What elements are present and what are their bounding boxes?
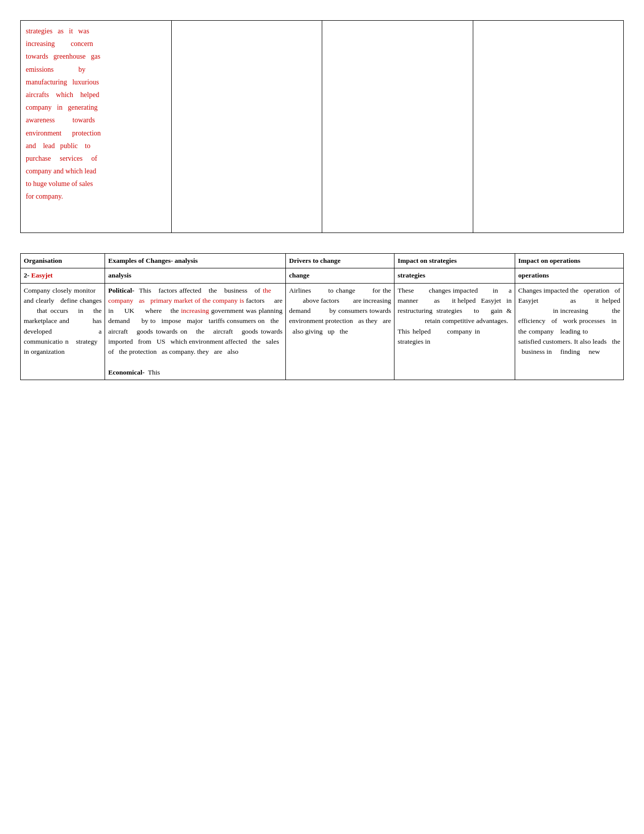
top-cell-4 bbox=[473, 21, 624, 233]
top-cell-1: strategies as it was increasing concern … bbox=[21, 21, 172, 233]
examples-easyjet-header: analysis bbox=[105, 268, 286, 283]
bottom-table: Organisation Examples of Changes- analys… bbox=[20, 253, 624, 380]
political-label: Political- bbox=[108, 287, 134, 294]
org-name: Easyjet bbox=[31, 271, 53, 279]
org-number: 2- bbox=[24, 271, 31, 279]
examples-political-cell: Political- This factors affected the bus… bbox=[105, 283, 286, 380]
impact-ops-cell: Changes impacted the operation of Easyje… bbox=[515, 283, 624, 380]
header-examples: Examples of Changes- analysis bbox=[105, 254, 286, 268]
impact-strat-cell: These changes impacted in a manner as it… bbox=[394, 283, 515, 380]
impact-strat-easyjet-header: strategies bbox=[394, 268, 515, 283]
analysis-label: analysis bbox=[108, 271, 131, 279]
top-cell-1-text: strategies as it was increasing concern … bbox=[26, 27, 101, 200]
drivers-airlines-cell: Airlines to change for the above factors… bbox=[286, 283, 394, 380]
strategies-label: strategies bbox=[398, 271, 425, 279]
header-impact-strategies: Impact on strategies bbox=[394, 254, 515, 268]
economical-label: Economical- bbox=[108, 368, 144, 376]
operations-label: operations bbox=[518, 271, 549, 279]
table-header-row: Organisation Examples of Changes- analys… bbox=[21, 254, 624, 268]
top-table: strategies as it was increasing concern … bbox=[20, 20, 624, 233]
primary-text: the company as primary market of the com… bbox=[108, 287, 282, 304]
increasing-text: increasing bbox=[181, 307, 209, 314]
top-cell-2 bbox=[171, 21, 322, 233]
org-company-cell: Company closely monitor and clearly defi… bbox=[21, 283, 105, 380]
drivers-easyjet-header: change bbox=[286, 268, 394, 283]
header-drivers: Drivers to change bbox=[286, 254, 394, 268]
top-cell-3 bbox=[322, 21, 473, 233]
page-container: strategies as it was increasing concern … bbox=[20, 20, 624, 380]
org-easyjet-cell: 2- Easyjet bbox=[21, 268, 105, 283]
table-row-easyjet-label: 2- Easyjet analysis change strategies op… bbox=[21, 268, 624, 283]
change-label: change bbox=[289, 271, 310, 279]
header-impact-operations: Impact on operations bbox=[515, 254, 624, 268]
impact-ops-easyjet-header: operations bbox=[515, 268, 624, 283]
table-row-main: Company closely monitor and clearly defi… bbox=[21, 283, 624, 380]
header-organisation: Organisation bbox=[21, 254, 105, 268]
